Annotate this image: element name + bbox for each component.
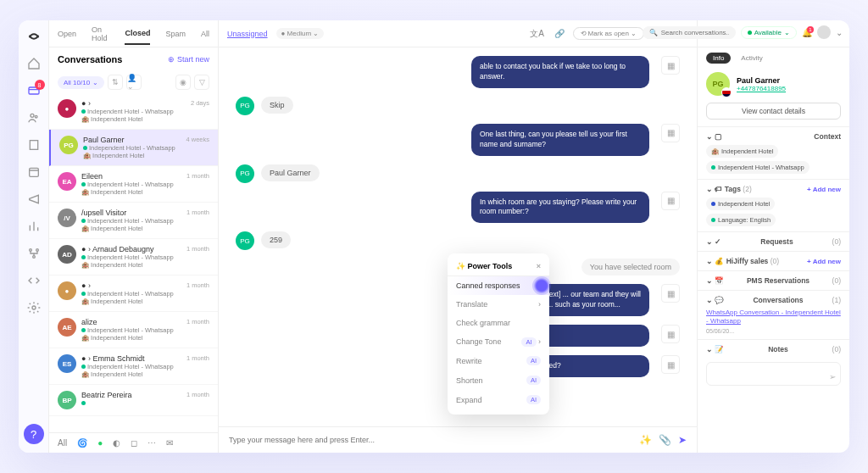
conversation-link[interactable]: WhatsApp Conversation - Independent Hote… xyxy=(706,309,841,326)
search-input[interactable] xyxy=(661,29,729,36)
hotel-icon[interactable] xyxy=(26,137,42,153)
msg-action-icon[interactable]: ▦ xyxy=(661,284,680,303)
filter-funnel[interactable]: ▽ xyxy=(194,75,209,90)
rewrite-item[interactable]: RewriteAI xyxy=(448,351,549,370)
message-input[interactable] xyxy=(229,436,632,444)
email-icon[interactable]: ✉ xyxy=(166,438,173,448)
tab-onhold[interactable]: On Hold xyxy=(92,25,109,42)
filter-all[interactable]: All 10/10 ⌄ xyxy=(58,76,104,89)
canned-responses-item[interactable]: Canned responses› xyxy=(448,276,549,295)
svg-rect-3 xyxy=(30,141,37,150)
chevron-down-icon[interactable]: ⌄ xyxy=(836,28,843,37)
msg-action-icon[interactable]: ▦ xyxy=(661,124,680,142)
tab-info[interactable]: Info xyxy=(706,53,731,64)
attach-icon[interactable]: 📎 xyxy=(659,434,671,446)
svg-point-8 xyxy=(32,306,36,309)
translate-item[interactable]: Translate› xyxy=(448,295,549,314)
tag-chip: Language: English xyxy=(706,214,776,226)
calendar-icon[interactable] xyxy=(26,164,42,180)
chat-header: Unassigned ● Medium ⌄ 文A 🔗 ⟲ Mark as ope… xyxy=(219,20,697,47)
filter-btn-1[interactable]: ⇅ xyxy=(108,75,123,90)
campaigns-icon[interactable] xyxy=(26,192,42,207)
section-tags[interactable]: ⌄ 🏷 Tags (2)+ Add new xyxy=(706,185,841,193)
messenger-icon[interactable]: ◐ xyxy=(113,438,120,448)
user-menu-icon[interactable] xyxy=(817,25,831,39)
unassigned-link[interactable]: Unassigned xyxy=(227,30,268,38)
details-panel: 🔍 Available ⌄ 🔔1 ⌄ Info Activity PG Paul… xyxy=(697,20,849,453)
contacts-icon[interactable] xyxy=(26,110,42,125)
section-pms[interactable]: ⌄ 📅 PMS Reservations (0) xyxy=(706,276,841,285)
left-rail: 8 ? xyxy=(19,20,49,453)
note-send-icon[interactable]: ➢ xyxy=(829,372,836,381)
filter-btn-2[interactable]: 👤⌄ xyxy=(126,75,142,90)
conversation-item[interactable]: AD ● › Arnaud Debaugny Independent Hotel… xyxy=(49,239,218,275)
contact-avatar: PG xyxy=(706,72,730,96)
add-sale[interactable]: + Add new xyxy=(807,258,841,265)
view-contact-button[interactable]: View contact details xyxy=(706,103,841,120)
msg-action-icon[interactable]: ▦ xyxy=(661,325,680,343)
app-window: 8 ? Open On Hold Closed Spam All Convers… xyxy=(19,20,849,453)
tone-item[interactable]: Change ToneAI › xyxy=(448,332,549,351)
start-new-button[interactable]: ⊕ Start new xyxy=(168,55,209,64)
filter-eye[interactable]: ◉ xyxy=(175,75,191,90)
msg-action-icon[interactable]: ▦ xyxy=(661,56,680,75)
user-avatar: PG xyxy=(236,231,254,250)
contact-phone[interactable]: +447876418895 xyxy=(737,85,786,92)
tab-open[interactable]: Open xyxy=(58,30,76,38)
section-conversations[interactable]: ⌄ 💬 Conversations (1) xyxy=(706,296,841,304)
channel-all[interactable]: All xyxy=(58,438,67,448)
send-icon[interactable]: ➤ xyxy=(678,434,687,446)
mark-open-button[interactable]: ⟲ Mark as open ⌄ xyxy=(573,27,644,40)
magic-icon[interactable]: ✨ xyxy=(639,434,652,446)
conversation-item[interactable]: PG Paul Garner Independent Hotel - Whats… xyxy=(49,130,218,166)
section-requests[interactable]: ⌄ ✓ Requests (0) xyxy=(706,237,841,246)
link-icon[interactable]: 🔗 xyxy=(551,25,568,42)
shorten-item[interactable]: ShortenAI xyxy=(448,370,549,390)
svg-point-6 xyxy=(36,249,38,252)
channel-icon[interactable]: 🌀 xyxy=(77,438,87,448)
bell-icon[interactable]: 🔔1 xyxy=(802,28,812,37)
user-message: 259 xyxy=(261,231,291,248)
conversation-item[interactable]: EA Eileen Independent Hotel - Whatsapp 🏨… xyxy=(49,166,218,203)
grammar-item[interactable]: Check grammar xyxy=(448,314,549,332)
tag-chip: Independent Hotel xyxy=(706,198,775,210)
code-icon[interactable] xyxy=(26,273,42,288)
translate-icon[interactable]: 文A xyxy=(529,25,546,42)
settings-icon[interactable] xyxy=(26,300,42,315)
tab-closed[interactable]: Closed xyxy=(125,29,150,45)
user-message: Skip xyxy=(261,97,293,114)
inbox-icon[interactable]: 8 xyxy=(26,83,42,98)
conversation-item[interactable]: BP Beatriz Pereira 1 month xyxy=(49,385,218,416)
conversation-item[interactable]: ES ● › Emma Schmidt Independent Hotel - … xyxy=(49,348,218,385)
whatsapp-icon[interactable]: ● xyxy=(97,438,103,448)
section-context[interactable]: ⌄ ▢ Context xyxy=(706,132,841,141)
msg-action-icon[interactable]: ▦ xyxy=(661,355,680,374)
section-hijiffy[interactable]: ⌄ 💰 HiJiffy sales (0)+ Add new xyxy=(706,257,841,265)
reports-icon[interactable] xyxy=(26,219,42,234)
add-tag[interactable]: + Add new xyxy=(807,186,841,193)
conversations-title: Conversations xyxy=(58,54,122,64)
highlight-pulse xyxy=(532,276,551,295)
instagram-icon[interactable]: ◻ xyxy=(131,438,137,448)
help-button[interactable]: ? xyxy=(24,424,44,444)
flows-icon[interactable] xyxy=(26,246,42,261)
conversation-item[interactable]: AE alize Independent Hotel - Whatsapp 🏨 … xyxy=(49,312,218,348)
conversation-item[interactable]: ● ● › Independent Hotel - Whatsapp 🏨 Ind… xyxy=(49,275,218,312)
section-notes[interactable]: ⌄ 📝 Notes (0) xyxy=(706,345,841,353)
conversation-item[interactable]: /V /upsell Visitor Independent Hotel - W… xyxy=(49,203,218,239)
tab-activity[interactable]: Activity xyxy=(734,53,769,64)
close-icon[interactable]: × xyxy=(537,262,541,270)
tab-all[interactable]: All xyxy=(201,30,209,38)
home-icon[interactable] xyxy=(26,56,42,71)
svg-point-2 xyxy=(35,115,37,118)
msg-action-icon[interactable]: ▦ xyxy=(661,192,680,210)
logo-icon[interactable] xyxy=(26,29,42,44)
note-input[interactable]: ➢ xyxy=(706,362,841,386)
tab-spam[interactable]: Spam xyxy=(165,30,186,38)
conversation-item[interactable]: ● ● › Independent Hotel - Whatsapp 🏨 Ind… xyxy=(49,93,218,130)
sms-icon[interactable]: ⋯ xyxy=(147,438,156,448)
expand-item[interactable]: ExpandAI xyxy=(448,390,549,409)
contact-name: Paul Garner xyxy=(737,76,786,85)
priority-badge[interactable]: ● Medium ⌄ xyxy=(276,28,325,39)
availability-toggle[interactable]: Available ⌄ xyxy=(741,26,797,39)
